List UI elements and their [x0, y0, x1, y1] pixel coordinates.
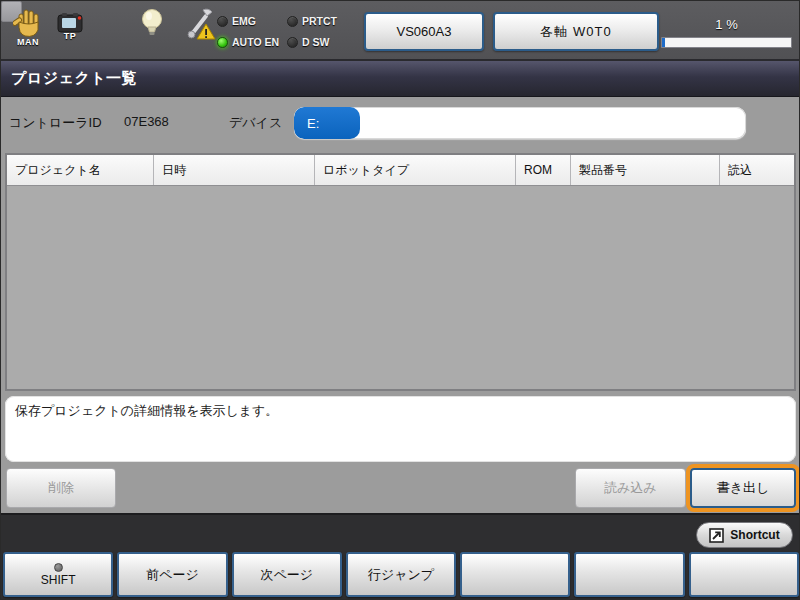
fkey-blank-3[interactable]: [689, 552, 799, 597]
speed-progress-fill: [662, 38, 665, 47]
status-bar: MAN TP: [1, 1, 800, 61]
detail-info-box: 保存プロジェクトの詳細情報を表示します。: [5, 396, 796, 462]
status-led-grid: EMG PRTCT AUTO EN D SW: [217, 11, 353, 52]
project-table: プロジェクト名 日時 ロボットタイプ ROM 製品番号 読込: [5, 153, 796, 391]
teach-pendant-label: TP: [64, 31, 77, 41]
coord-mode-button[interactable]: 各軸 W0T0: [493, 12, 659, 51]
lamp-status: [139, 8, 165, 38]
fkey-next-page[interactable]: 次ページ: [232, 552, 342, 597]
project-table-body[interactable]: [7, 186, 794, 389]
page-title: プロジェクト一覧: [11, 69, 137, 88]
controller-id-value: 07E368: [124, 114, 169, 129]
function-key-row: SHIFT 前ページ 次ページ 行ジャンプ: [1, 552, 800, 597]
hand-icon: [13, 8, 43, 40]
d-sw-led-icon: [287, 37, 298, 48]
prtct-led-label: PRTCT: [302, 15, 337, 27]
d-sw-led-label: D SW: [302, 36, 329, 48]
wrench-warning-icon: [183, 7, 217, 41]
manual-mode-label: MAN: [17, 37, 39, 47]
fkey-shift-label: SHIFT: [41, 573, 76, 587]
shortcut-button[interactable]: Shortcut: [696, 522, 793, 548]
controller-id-label: コントローラID: [9, 114, 102, 132]
fkey-blank-2[interactable]: [574, 552, 684, 597]
fkey-shift[interactable]: SHIFT: [3, 552, 113, 597]
teach-pendant-status: TP: [53, 12, 87, 41]
emg-led-label: EMG: [232, 15, 256, 27]
auto-en-led-icon: [217, 37, 228, 48]
led-prtct: PRTCT: [287, 11, 353, 31]
col-datetime: 日時: [154, 155, 315, 185]
speed-percent-label: 1 %: [661, 12, 792, 37]
col-rom: ROM: [516, 155, 571, 185]
device-selected-value[interactable]: E:: [294, 107, 360, 139]
delete-button[interactable]: 削除: [6, 468, 116, 508]
fkey-next-page-label: 次ページ: [260, 566, 313, 584]
fkey-row-jump[interactable]: 行ジャンプ: [346, 552, 456, 597]
col-project-name: プロジェクト名: [7, 155, 154, 185]
col-load: 読込: [720, 155, 794, 185]
robot-type-button[interactable]: VS060A3: [364, 12, 484, 51]
device-select-field[interactable]: E:: [294, 107, 746, 139]
shortcut-label: Shortcut: [730, 528, 779, 542]
maintenance-status: [183, 7, 217, 41]
fkey-row-jump-label: 行ジャンプ: [368, 566, 434, 584]
prtct-led-icon: [287, 16, 298, 27]
auto-en-led-label: AUTO EN: [232, 36, 279, 48]
bulb-icon: [140, 8, 164, 38]
manual-mode-icon: MAN: [9, 8, 47, 47]
project-table-header: プロジェクト名 日時 ロボットタイプ ROM 製品番号 読込: [7, 155, 794, 186]
emg-led-icon: [217, 16, 228, 27]
speed-indicator: 1 %: [661, 12, 792, 48]
led-d-sw: D SW: [287, 32, 353, 52]
fkey-prev-page-label: 前ページ: [146, 566, 199, 584]
export-button[interactable]: 書き出し: [690, 468, 796, 508]
led-auto-en: AUTO EN: [217, 32, 287, 52]
col-robot-type: ロボットタイプ: [315, 155, 516, 185]
load-button[interactable]: 読み込み: [575, 468, 686, 508]
bottom-band: Shortcut SHIFT 前ページ 次ページ 行ジャンプ: [1, 513, 800, 600]
fkey-prev-page[interactable]: 前ページ: [117, 552, 227, 597]
shift-indicator-icon: [54, 563, 63, 572]
col-product-number: 製品番号: [571, 155, 720, 185]
title-bar: プロジェクト一覧: [1, 61, 800, 97]
speed-progress-bar: [661, 37, 792, 48]
pendant-screen: MAN TP: [0, 0, 800, 600]
led-emg: EMG: [217, 11, 287, 31]
device-label: デバイス: [229, 114, 282, 132]
shortcut-arrow-icon: [709, 528, 724, 543]
fkey-blank-1[interactable]: [460, 552, 570, 597]
